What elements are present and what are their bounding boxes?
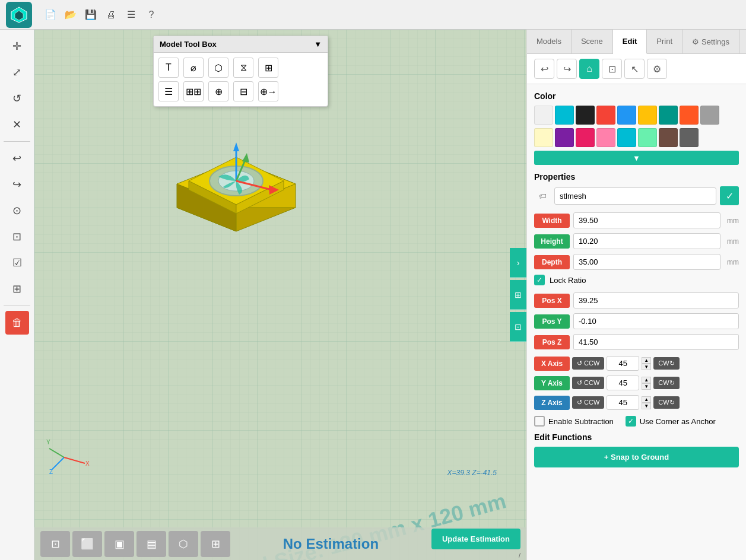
y-rot-input[interactable] — [607, 376, 639, 390]
height-input[interactable] — [573, 233, 720, 249]
tab-settings[interactable]: ⚙ Settings — [682, 30, 739, 53]
x-cw-button[interactable]: CW↻ — [653, 357, 679, 370]
color-swatch-brown[interactable] — [659, 128, 678, 147]
color-swatch-teal[interactable] — [659, 106, 678, 125]
color-swatch-green[interactable] — [638, 128, 657, 147]
list-tool-button[interactable]: ☰ — [158, 81, 179, 101]
color-swatch-gray[interactable] — [700, 106, 719, 125]
clone-button[interactable]: ⊡ — [602, 59, 622, 79]
color-swatch-white[interactable] — [534, 106, 553, 125]
pointer-button[interactable]: ↖ — [624, 59, 645, 79]
x-rot-down-button[interactable]: ▼ — [642, 364, 651, 370]
model-view-button[interactable]: ⊡ — [510, 312, 526, 342]
open-file-button[interactable]: 📂 — [63, 7, 78, 23]
z-ccw-button[interactable]: ↺ CCW — [572, 396, 604, 409]
pos-y-input[interactable] — [573, 313, 739, 329]
extrude-tool-button[interactable]: ⌀ — [183, 58, 204, 78]
tab-edit[interactable]: Edit — [613, 30, 647, 54]
undo-history-button[interactable]: ↩ — [534, 59, 554, 79]
rotate-tool-button[interactable]: ↺ — [5, 87, 29, 110]
color-swatch-purple[interactable] — [555, 128, 574, 147]
toolbox-close-button[interactable]: ▼ — [314, 40, 322, 49]
color-swatch-yellow[interactable] — [638, 106, 657, 125]
svg-line-20 — [52, 457, 64, 469]
enable-subtraction-checkbox[interactable] — [534, 416, 545, 427]
y-rot-down-button[interactable]: ▼ — [642, 383, 651, 390]
check-button[interactable]: ☑ — [5, 251, 29, 275]
depth-input[interactable] — [573, 254, 720, 270]
grid-tool-button[interactable]: ⊞⊞ — [183, 81, 204, 101]
x-rot-input[interactable] — [607, 356, 639, 371]
new-file-button[interactable]: 📄 — [43, 7, 58, 23]
z-rot-up-button[interactable]: ▲ — [642, 396, 651, 403]
x-rot-stepper: ▲ ▼ — [642, 357, 651, 370]
width-input[interactable] — [573, 212, 720, 228]
grid-button[interactable]: ⊞ — [5, 277, 29, 301]
z-rot-stepper: ▲ ▼ — [642, 396, 651, 409]
snap-to-ground-button[interactable]: + Snap to Ground — [534, 447, 739, 467]
list-button[interactable]: ☰ — [123, 7, 139, 23]
z-rot-input[interactable] — [607, 395, 639, 410]
scale-tool-button[interactable]: ⤢ — [5, 61, 29, 84]
home-view-button[interactable]: ⌂ — [579, 59, 599, 79]
color-swatch-blue[interactable] — [617, 106, 636, 125]
color-swatch-darkgray[interactable] — [680, 128, 699, 147]
combine-tool-button[interactable]: ⊕ — [208, 81, 228, 101]
viewport[interactable]: Model Tool Box ▼ T ⌀ ⬡ ⧖ ⊞ ☰ ⊞⊞ ⊕ ⊟ ⊕→ — [34, 30, 526, 560]
color-swatch-lightyellow[interactable] — [534, 128, 553, 147]
undo-button[interactable]: ↩ — [5, 147, 29, 170]
x-ccw-button[interactable]: ↺ CCW — [572, 357, 604, 370]
x-rot-up-button[interactable]: ▲ — [642, 357, 651, 364]
pos-z-input[interactable] — [573, 334, 739, 350]
z-cw-button[interactable]: CW↻ — [653, 396, 679, 409]
corner-anchor-checkbox[interactable] — [626, 416, 636, 427]
color-swatch-lightpink[interactable] — [596, 128, 615, 147]
print-button[interactable]: 🖨 — [103, 7, 119, 23]
view-fit-button[interactable]: ⊞ — [201, 531, 230, 557]
name-input[interactable] — [554, 187, 716, 205]
confirm-name-button[interactable]: ✓ — [720, 186, 739, 205]
align-tool-button[interactable]: ⊕→ — [258, 81, 278, 101]
color-swatch-red[interactable] — [596, 106, 615, 125]
collapse-button[interactable]: › — [510, 248, 526, 278]
cube-tool-button[interactable]: ⬡ — [208, 58, 228, 78]
z-rot-down-button[interactable]: ▼ — [642, 403, 651, 409]
y-ccw-button[interactable]: ↺ CCW — [572, 377, 604, 389]
y-rot-up-button[interactable]: ▲ — [642, 377, 651, 383]
tab-print[interactable]: Print — [647, 30, 682, 53]
color-swatch-pink[interactable] — [576, 128, 595, 147]
redo-button[interactable]: ↪ — [5, 173, 29, 196]
save-file-button[interactable]: 💾 — [83, 7, 99, 23]
tab-scene[interactable]: Scene — [572, 30, 613, 53]
settings-tool-button[interactable]: ⚙ — [647, 59, 667, 79]
transform-tool-button[interactable]: ⧖ — [233, 58, 253, 78]
more-colors-button[interactable]: ▼ — [534, 151, 739, 165]
move-tool-button[interactable]: ✛ — [5, 34, 29, 58]
view-side-button[interactable]: ▤ — [136, 531, 166, 557]
text-tool-button[interactable]: T — [158, 58, 179, 78]
lock-ratio-checkbox[interactable] — [534, 275, 545, 285]
color-swatch-cyan[interactable] — [555, 106, 574, 125]
view-3d-button[interactable]: ⊡ — [40, 531, 70, 557]
y-cw-button[interactable]: CW↻ — [653, 377, 679, 389]
view-front-button[interactable]: ▣ — [104, 531, 134, 557]
layer-view-button[interactable]: ⊞ — [510, 280, 526, 310]
app-logo — [6, 2, 32, 28]
color-swatch-orange[interactable] — [680, 106, 699, 125]
color-swatch-black[interactable] — [576, 106, 595, 125]
redo-history-button[interactable]: ↪ — [557, 59, 577, 79]
view-iso-button[interactable]: ⬡ — [169, 531, 198, 557]
help-button[interactable]: ? — [144, 7, 159, 23]
toolbox-body: T ⌀ ⬡ ⧖ ⊞ ☰ ⊞⊞ ⊕ ⊟ ⊕→ — [154, 53, 328, 106]
update-estimation-button[interactable]: Update Estimation — [431, 529, 520, 549]
split-tool-button[interactable]: ⊟ — [233, 81, 253, 101]
layers-tool-button[interactable]: ⊞ — [258, 58, 278, 78]
delete-button[interactable]: 🗑 — [5, 311, 29, 335]
color-swatch-lightcyan[interactable] — [617, 128, 636, 147]
focus-button[interactable]: ⊙ — [5, 199, 29, 222]
copy-button[interactable]: ⊡ — [5, 225, 29, 249]
pos-x-input[interactable] — [573, 292, 739, 308]
tab-models[interactable]: Models — [527, 30, 572, 53]
view-top-button[interactable]: ⬜ — [72, 531, 102, 557]
close-button[interactable]: ✕ — [5, 113, 29, 136]
